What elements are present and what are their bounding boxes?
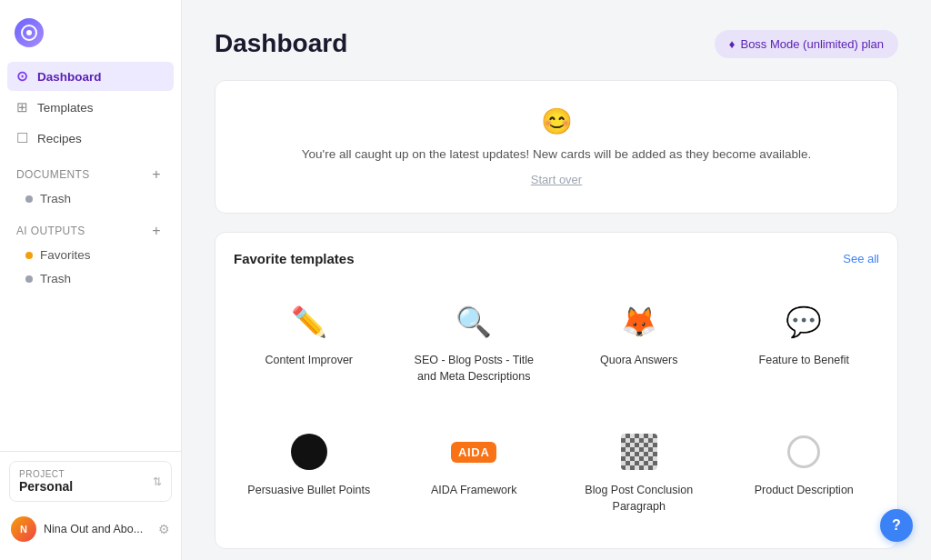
templates-icon: ⊞ — [16, 99, 28, 115]
start-over-link[interactable]: Start over — [531, 173, 582, 186]
settings-icon[interactable]: ⚙ — [158, 522, 170, 536]
sidebar-item-trash-ai[interactable]: Trash — [7, 267, 174, 290]
template-seo-blog-label: SEO - Blog Posts - Title and Meta Descri… — [407, 353, 542, 385]
add-document-button[interactable]: + — [148, 165, 165, 184]
template-quora-label: Quora Answers — [600, 353, 677, 369]
template-feature-benefit[interactable]: 💬 Feature to Benefit — [729, 285, 880, 400]
help-button[interactable]: ? — [880, 509, 913, 542]
sidebar-item-favorites[interactable]: Favorites — [7, 244, 174, 266]
template-persuasive-bullets[interactable]: Persuasive Bullet Points — [234, 415, 385, 530]
template-blog-conclusion-label: Blog Post Conclusion Paragraph — [572, 483, 706, 515]
persuasive-bullets-icon — [287, 430, 331, 474]
main-content: Dashboard ♦ Boss Mode (unlimited) plan 😊… — [182, 0, 931, 560]
user-row[interactable]: N Nina Out and Abo... ⚙ — [0, 509, 181, 549]
documents-section-header: Documents + — [7, 155, 174, 187]
recipes-icon: ☐ — [16, 130, 28, 146]
sidebar-item-recipes[interactable]: ☐ Recipes — [7, 124, 174, 153]
page-title: Dashboard — [215, 29, 347, 58]
boss-mode-label: Boss Mode (unlimited) plan — [740, 37, 884, 51]
project-name: Personal — [19, 479, 73, 494]
favorites-section: Favorite templates See all ✏️ Content Im… — [215, 232, 898, 549]
template-persuasive-bullets-label: Persuasive Bullet Points — [247, 483, 370, 499]
trash-docs-dot — [25, 195, 33, 203]
aida-icon: AIDA — [452, 430, 496, 474]
sidebar-item-dashboard[interactable]: ⊙ Dashboard — [7, 62, 174, 91]
feature-benefit-icon: 💬 — [782, 300, 826, 344]
sidebar-item-templates[interactable]: ⊞ Templates — [7, 93, 174, 122]
boss-mode-button[interactable]: ♦ Boss Mode (unlimited) plan — [715, 30, 898, 58]
dashboard-icon: ⊙ — [16, 68, 28, 85]
content-improver-icon: ✏️ — [287, 300, 331, 344]
project-label: PROJECT — [19, 469, 73, 479]
template-product-description[interactable]: Product Description — [729, 415, 880, 530]
logo — [0, 11, 181, 62]
sidebar-item-recipes-label: Recipes — [37, 132, 82, 145]
sidebar-item-templates-label: Templates — [37, 101, 94, 115]
avatar: N — [11, 516, 36, 542]
trash-docs-label: Trash — [40, 192, 71, 205]
template-quora[interactable]: 🦊 Quora Answers — [564, 285, 715, 400]
template-seo-blog[interactable]: 🔍 SEO - Blog Posts - Title and Meta Desc… — [399, 285, 550, 400]
blog-conclusion-icon — [617, 430, 661, 474]
svg-point-1 — [26, 30, 32, 35]
project-switcher[interactable]: PROJECT Personal ⇅ — [9, 461, 172, 502]
template-aida-label: AIDA Framework — [431, 483, 516, 499]
templates-grid: ✏️ Content Improver 🔍 SEO - Blog Posts -… — [234, 285, 879, 530]
chevron-updown-icon: ⇅ — [153, 475, 162, 488]
sidebar-nav: ⊙ Dashboard ⊞ Templates ☐ Recipes Docume… — [0, 62, 181, 451]
sidebar-bottom: PROJECT Personal ⇅ N Nina Out and Abo...… — [0, 451, 181, 549]
update-card: 😊 You're all caught up on the latest upd… — [215, 80, 898, 214]
quora-icon: 🦊 — [617, 300, 661, 344]
template-product-description-label: Product Description — [755, 483, 854, 499]
user-name: Nina Out and Abo... — [44, 523, 151, 535]
add-ai-output-button[interactable]: + — [148, 222, 165, 240]
see-all-link[interactable]: See all — [843, 252, 879, 265]
logo-icon — [15, 18, 44, 47]
update-text: You're all caught up on the latest updat… — [234, 145, 879, 164]
favorites-section-header: Favorite templates See all — [234, 251, 879, 266]
sidebar: ⊙ Dashboard ⊞ Templates ☐ Recipes Docume… — [0, 0, 182, 560]
product-description-icon — [782, 430, 826, 474]
template-content-improver[interactable]: ✏️ Content Improver — [234, 285, 385, 400]
sidebar-item-trash-docs[interactable]: Trash — [7, 187, 174, 210]
sidebar-item-dashboard-label: Dashboard — [37, 70, 102, 84]
section-title: Favorite templates — [234, 251, 355, 266]
template-aida[interactable]: AIDA AIDA Framework — [399, 415, 550, 530]
favorites-dot — [25, 252, 33, 259]
template-blog-conclusion[interactable]: Blog Post Conclusion Paragraph — [564, 415, 715, 530]
template-content-improver-label: Content Improver — [265, 353, 353, 369]
ai-outputs-label: AI outputs — [16, 225, 85, 237]
update-emoji: 😊 — [234, 106, 879, 136]
trash-ai-dot — [25, 275, 33, 283]
seo-blog-icon: 🔍 — [452, 300, 496, 344]
ai-outputs-section-header: AI outputs + — [7, 211, 174, 244]
documents-label: Documents — [16, 168, 90, 181]
main-header: Dashboard ♦ Boss Mode (unlimited) plan — [215, 29, 898, 58]
favorites-label: Favorites — [40, 248, 91, 262]
template-feature-benefit-label: Feature to Benefit — [759, 353, 849, 369]
trash-ai-label: Trash — [40, 272, 71, 285]
diamond-icon: ♦ — [729, 37, 736, 51]
